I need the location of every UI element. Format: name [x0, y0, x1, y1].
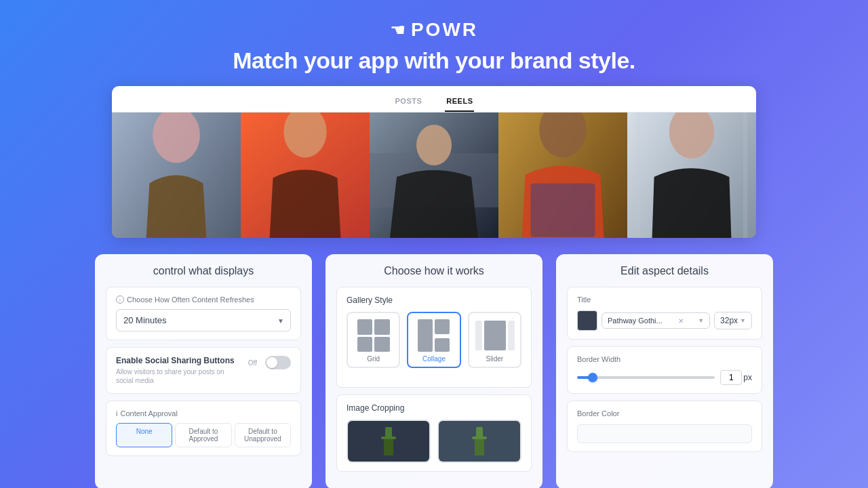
approval-none-btn[interactable]: None: [116, 423, 172, 447]
font-size-dropdown-icon[interactable]: ▼: [740, 317, 746, 324]
preview-container: POSTS REELS: [112, 86, 756, 238]
crop-option-1[interactable]: [347, 420, 431, 463]
crop-thumb-1: [348, 421, 429, 462]
image-cropping-label: Image Cropping: [347, 403, 521, 413]
photo-3: [370, 113, 498, 238]
svg-rect-17: [384, 439, 393, 455]
border-width-slider[interactable]: [577, 376, 715, 379]
sharing-toggle[interactable]: [265, 356, 291, 369]
svg-rect-19: [472, 436, 487, 439]
photo-4: [498, 113, 627, 238]
border-color-label: Border Color: [577, 409, 752, 418]
logo-row: ☚ POWR: [0, 19, 868, 41]
grid-label: Grid: [352, 355, 395, 363]
refresh-info-icon: i: [116, 296, 124, 304]
refresh-label: i Choose How Often Content Refreshes: [116, 296, 291, 304]
sharing-sub-label: Allow visitors to share your posts on so…: [116, 367, 224, 385]
font-row: Pathway Gothi... ✕ ▼ 32px ▼: [577, 310, 752, 331]
approval-group: i Content Approval None Default to Appro…: [106, 401, 301, 456]
title-section: Title Pathway Gothi... ✕ ▼ 32px ▼: [567, 287, 762, 340]
image-strip: [112, 113, 756, 238]
middle-panel-title: Choose how it works: [336, 265, 532, 277]
right-panel-title: Edit aspect details: [567, 265, 762, 277]
photo-1: [112, 113, 241, 238]
crop-thumb-2: [439, 421, 520, 462]
approval-buttons: None Default to Approved Default to Unap…: [116, 423, 291, 447]
approval-unapproved-btn[interactable]: Default to Unapproved: [235, 423, 291, 447]
range-thumb: [588, 373, 597, 382]
preview-tabs: POSTS REELS: [112, 86, 756, 113]
sharing-toggle-row: Enable Social Sharing Buttons Allow visi…: [116, 356, 291, 385]
sharing-label-group: Enable Social Sharing Buttons Allow visi…: [116, 356, 235, 385]
border-color-preview[interactable]: [577, 424, 752, 443]
refresh-select[interactable]: 20 Minutes 5 Minutes 10 Minutes 30 Minut…: [116, 309, 291, 331]
svg-rect-11: [531, 183, 595, 237]
border-width-label: Border Width: [577, 355, 752, 363]
collage-label: Collage: [412, 355, 455, 363]
title-section-label: Title: [577, 296, 752, 304]
slider-label: Slider: [473, 355, 516, 363]
gallery-style-options: Grid Collage: [347, 312, 521, 368]
font-close-icon[interactable]: ✕: [678, 317, 684, 325]
slider-preview-icon: [473, 319, 516, 352]
photo-2: [241, 113, 370, 238]
font-selector[interactable]: Pathway Gothi... ✕ ▼: [601, 312, 710, 329]
approval-info-icon: i: [116, 409, 117, 418]
font-size-value: 32px: [720, 316, 738, 325]
refresh-select-wrapper: 20 Minutes 5 Minutes 10 Minutes 30 Minut…: [116, 309, 291, 331]
tab-posts[interactable]: POSTS: [394, 93, 424, 112]
font-size-selector[interactable]: 32px ▼: [714, 312, 752, 329]
border-width-unit: px: [743, 373, 752, 382]
sharing-group: Enable Social Sharing Buttons Allow visi…: [106, 347, 301, 394]
border-value-display: px: [720, 370, 752, 385]
photo-5: [627, 113, 756, 238]
style-option-grid[interactable]: Grid: [347, 312, 400, 368]
tab-reels[interactable]: REELS: [445, 93, 474, 112]
sharing-main-label: Enable Social Sharing Buttons: [116, 356, 235, 365]
gallery-style-group: Gallery Style Grid: [336, 287, 532, 388]
left-panel: control what displays i Choose How Often…: [95, 254, 312, 488]
svg-rect-20: [475, 439, 484, 455]
image-cropping-group: Image Cropping: [336, 394, 532, 472]
gallery-style-label: Gallery Style: [347, 296, 521, 305]
font-dropdown-icon[interactable]: ▼: [698, 317, 704, 324]
grid-preview-icon: [352, 319, 395, 352]
powr-logo-icon: ☚: [390, 20, 406, 41]
crop-option-2[interactable]: [437, 420, 521, 463]
border-width-section: Border Width px: [567, 346, 762, 394]
crop-options: [347, 420, 521, 463]
border-width-row: px: [577, 370, 752, 385]
approval-approved-btn[interactable]: Default to Approved: [175, 423, 231, 447]
collage-preview-icon: [412, 319, 455, 352]
style-option-slider[interactable]: Slider: [468, 312, 521, 368]
svg-point-7: [416, 125, 452, 165]
border-color-section: Border Color: [567, 401, 762, 452]
left-panel-title: control what displays: [106, 265, 301, 277]
logo-text: POWR: [411, 19, 478, 41]
tagline: Match your app with your brand style.: [0, 47, 868, 74]
border-width-input[interactable]: [720, 370, 742, 385]
refresh-group: i Choose How Often Content Refreshes 20 …: [106, 287, 301, 340]
right-panel: Edit aspect details Title Pathway Gothi.…: [556, 254, 773, 488]
style-option-collage[interactable]: Collage: [407, 312, 460, 368]
controls-row: control what displays i Choose How Often…: [0, 254, 868, 488]
toggle-off-label: Off: [248, 359, 257, 367]
middle-panel: Choose how it works Gallery Style Grid: [326, 254, 542, 488]
svg-rect-16: [381, 436, 396, 439]
font-name: Pathway Gothi...: [608, 317, 663, 325]
approval-title: i Content Approval: [116, 409, 291, 418]
page-header: ☚ POWR Match your app with your brand st…: [0, 0, 868, 86]
font-color-swatch[interactable]: [577, 310, 597, 331]
